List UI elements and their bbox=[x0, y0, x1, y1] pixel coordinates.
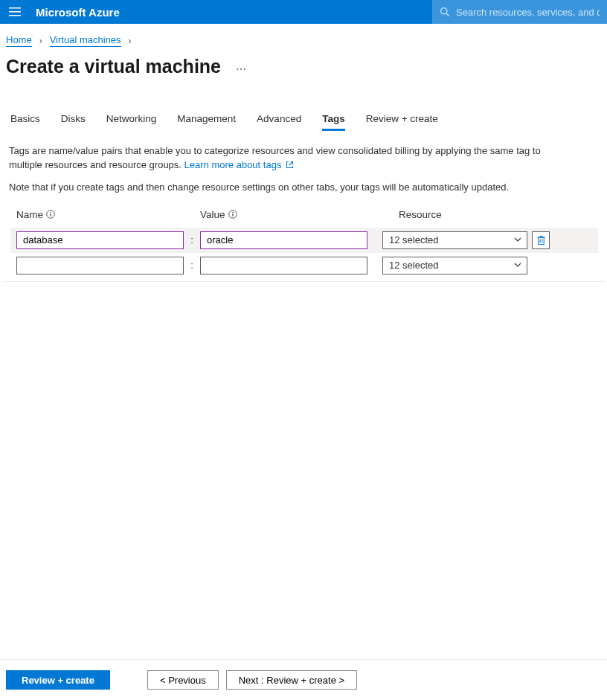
chevron-down-icon bbox=[513, 260, 522, 269]
external-link-icon bbox=[286, 161, 294, 169]
tab-management[interactable]: Management bbox=[177, 113, 236, 131]
divider bbox=[3, 281, 606, 282]
tags-table: Name Value Resource : 12 selected : bbox=[0, 193, 607, 282]
svg-point-4 bbox=[50, 212, 51, 213]
review-create-button[interactable]: Review + create bbox=[6, 670, 110, 690]
svg-rect-0 bbox=[9, 7, 21, 9]
breadcrumb-virtual-machines[interactable]: Virtual machines bbox=[50, 34, 121, 47]
tab-tags[interactable]: Tags bbox=[322, 113, 345, 131]
tab-basics[interactable]: Basics bbox=[10, 113, 40, 131]
learn-more-tags-link[interactable]: Learn more about tags bbox=[184, 159, 294, 170]
tab-networking[interactable]: Networking bbox=[106, 113, 157, 131]
trash-icon bbox=[536, 235, 546, 245]
tab-disks[interactable]: Disks bbox=[61, 113, 86, 131]
tab-review-create[interactable]: Review + create bbox=[366, 113, 438, 131]
chevron-right-icon: › bbox=[129, 36, 132, 46]
next-button[interactable]: Next : Review + create > bbox=[226, 670, 357, 690]
tag-resource-select[interactable]: 12 selected bbox=[382, 257, 527, 274]
global-search-input[interactable]: Search resources, services, and docs (G+… bbox=[432, 0, 607, 24]
info-icon[interactable] bbox=[228, 210, 237, 219]
info-icon[interactable] bbox=[46, 210, 55, 219]
wizard-tabs: Basics Disks Networking Management Advan… bbox=[0, 77, 607, 131]
chevron-down-icon bbox=[513, 235, 522, 244]
tags-note: Note that if you create tags and then ch… bbox=[0, 173, 607, 193]
colon-separator: : bbox=[184, 260, 200, 271]
hamburger-menu-icon[interactable] bbox=[0, 0, 30, 24]
tag-name-input[interactable] bbox=[16, 231, 184, 249]
wizard-footer: Review + create < Previous Next : Review… bbox=[0, 659, 607, 700]
page-title: Create a virtual machine bbox=[6, 56, 221, 77]
svg-rect-8 bbox=[232, 213, 233, 216]
previous-button[interactable]: < Previous bbox=[147, 670, 219, 690]
table-row: : 12 selected bbox=[10, 253, 598, 278]
topbar: Microsoft Azure Search resources, servic… bbox=[0, 0, 607, 24]
brand-label[interactable]: Microsoft Azure bbox=[30, 6, 120, 19]
tags-table-header: Name Value Resource bbox=[16, 209, 598, 220]
tag-value-input[interactable] bbox=[200, 231, 367, 249]
tag-value-input[interactable] bbox=[200, 257, 367, 274]
breadcrumb: Home › Virtual machines › bbox=[0, 24, 607, 47]
delete-tag-button[interactable] bbox=[532, 231, 550, 249]
table-row: : 12 selected bbox=[10, 228, 598, 253]
breadcrumb-home[interactable]: Home bbox=[6, 34, 32, 47]
svg-rect-5 bbox=[50, 213, 51, 216]
tag-name-input[interactable] bbox=[16, 257, 184, 274]
more-actions-icon[interactable]: ⋯ bbox=[236, 59, 248, 75]
search-placeholder: Search resources, services, and docs (G+… bbox=[456, 7, 600, 18]
svg-rect-2 bbox=[9, 15, 21, 16]
column-header-name: Name bbox=[16, 209, 200, 220]
tab-advanced[interactable]: Advanced bbox=[257, 113, 301, 131]
column-header-value: Value bbox=[200, 209, 384, 220]
chevron-right-icon: › bbox=[39, 36, 42, 46]
tags-description: Tags are name/value pairs that enable yo… bbox=[0, 131, 573, 173]
colon-separator: : bbox=[184, 234, 200, 245]
svg-point-7 bbox=[232, 212, 234, 213]
svg-rect-9 bbox=[538, 237, 543, 244]
svg-rect-1 bbox=[9, 11, 21, 13]
search-icon bbox=[440, 7, 450, 17]
column-header-resource: Resource bbox=[399, 209, 547, 220]
page-title-row: Create a virtual machine ⋯ bbox=[0, 47, 607, 77]
tag-resource-select[interactable]: 12 selected bbox=[382, 231, 527, 249]
